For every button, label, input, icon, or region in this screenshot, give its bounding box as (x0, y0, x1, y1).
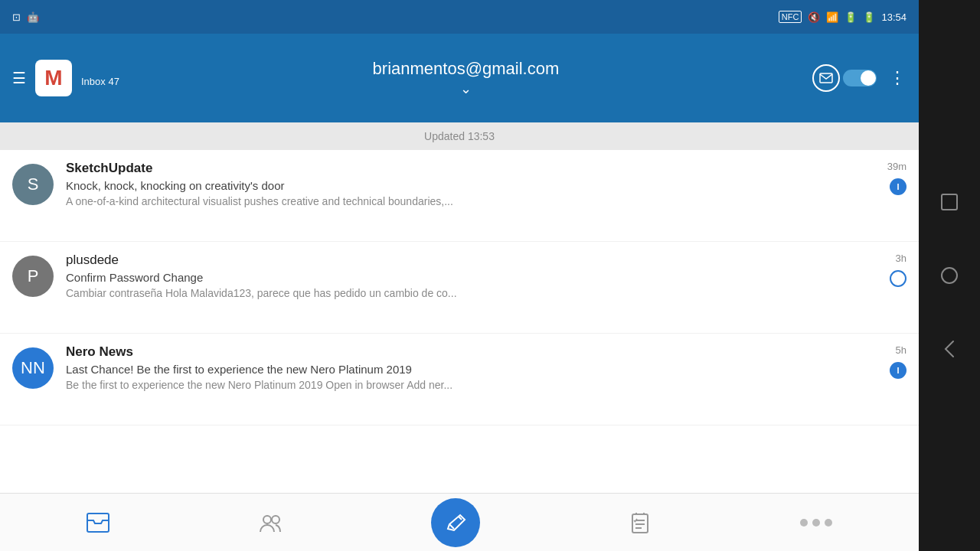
header-right: ⋮ (812, 64, 906, 92)
gmail-m-letter: M (44, 66, 62, 90)
email-subject: Last Chance! Be the first to experience … (66, 363, 880, 376)
svg-rect-5 (942, 194, 957, 210)
screenshot-icon: ⊡ (12, 11, 21, 23)
sim-icon: 🔋 (844, 11, 857, 23)
svg-rect-0 (820, 73, 832, 83)
nav-item-contacts[interactable] (259, 512, 282, 533)
nav-item-more[interactable] (800, 519, 832, 527)
inbox-count-label: Inbox 47 (81, 76, 119, 87)
mail-toggle[interactable] (812, 64, 877, 92)
email-subject: Confirm Password Change (66, 271, 880, 284)
email-preview: Cambiar contraseña Hola Malavida123, par… (66, 287, 880, 299)
inbox-label-wrapper: Inbox 47 (81, 76, 119, 87)
nfc-icon: NFC (779, 11, 802, 23)
hamburger-icon[interactable]: ☰ (12, 69, 26, 87)
email-preview: A one-of-a-kind architectural visualist … (66, 195, 878, 207)
wifi-icon: 📶 (826, 11, 838, 23)
table-row[interactable]: P plusdede Confirm Password Change Cambi… (0, 242, 919, 334)
svg-point-2 (263, 516, 271, 523)
sender-name: SketchUpdate (66, 161, 878, 176)
sender-name: plusdede (66, 253, 880, 268)
update-text: Updated 13:53 (424, 130, 495, 142)
nav-item-tasks[interactable] (629, 511, 651, 534)
email-list: S SketchUpdate Knock, knock, knocking on… (0, 150, 919, 493)
avatar: NN (12, 347, 54, 389)
svg-point-3 (272, 516, 279, 523)
svg-point-6 (942, 268, 957, 283)
unread-indicator: I (890, 178, 906, 195)
avatar: P (12, 256, 54, 297)
battery-icon: 🔋 (863, 11, 875, 23)
status-bar: ⊡ 🤖 NFC 🔇 📶 🔋 🔋 13:54 (0, 0, 919, 34)
email-time: 3h (896, 253, 906, 264)
email-subject: Knock, knock, knocking on creativity's d… (66, 179, 878, 192)
gmail-logo: M (35, 60, 72, 96)
unread-indicator: I (890, 362, 906, 379)
email-meta: 39m I (887, 161, 906, 195)
avatar: S (12, 164, 54, 205)
email-address: brianmentos@gmail.com (373, 59, 560, 79)
update-bar: Updated 13:53 (0, 122, 919, 150)
email-time: 5h (896, 344, 906, 356)
email-meta: 5h I (890, 344, 906, 379)
android-icon: 🤖 (27, 11, 39, 23)
back-button[interactable] (936, 335, 963, 363)
toggle-knob (861, 70, 876, 86)
email-content: Nero News Last Chance! Be the first to e… (66, 344, 880, 391)
status-right: NFC 🔇 📶 🔋 🔋 13:54 (779, 11, 906, 23)
hardware-nav (919, 0, 980, 551)
email-time: 39m (887, 161, 906, 172)
sender-name: Nero News (66, 344, 880, 360)
more-options-icon[interactable]: ⋮ (889, 68, 906, 88)
recent-apps-button[interactable] (936, 188, 963, 216)
dot-3 (825, 519, 832, 527)
toggle-switch[interactable] (843, 70, 877, 86)
mute-icon: 🔇 (808, 11, 820, 23)
app-header: ☰ M Inbox 47 brianmentos@gmail.com ⌄ (0, 34, 919, 122)
email-content: SketchUpdate Knock, knock, knocking on c… (66, 161, 878, 207)
home-button[interactable] (936, 262, 963, 289)
table-row[interactable]: S SketchUpdate Knock, knock, knocking on… (0, 150, 919, 242)
clock: 13:54 (881, 11, 906, 23)
nav-item-inbox[interactable] (87, 513, 109, 533)
compose-button[interactable] (431, 498, 480, 547)
dot-1 (800, 519, 808, 527)
read-indicator (890, 270, 906, 287)
mail-circle-icon (812, 64, 840, 92)
bottom-navigation (0, 493, 919, 551)
status-left: ⊡ 🤖 (12, 11, 39, 23)
header-left: ☰ M Inbox 47 (12, 60, 119, 96)
chevron-down-icon: ⌄ (460, 80, 472, 97)
email-preview: Be the first to experience the new Nero … (66, 379, 880, 391)
email-content: plusdede Confirm Password Change Cambiar… (66, 253, 880, 299)
table-row[interactable]: NN Nero News Last Chance! Be the first t… (0, 334, 919, 425)
header-center[interactable]: brianmentos@gmail.com ⌄ (119, 59, 812, 97)
email-meta: 3h (890, 253, 906, 287)
dot-2 (812, 519, 820, 527)
